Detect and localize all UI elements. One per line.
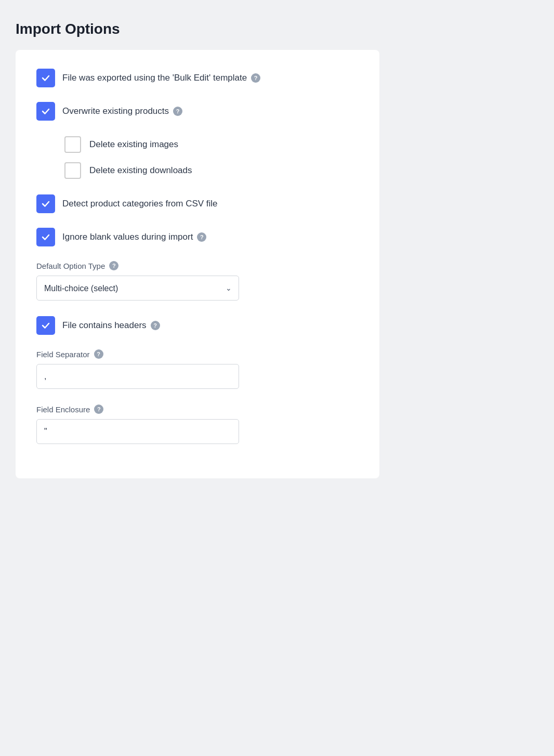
field-separator-label: Field Separator ? (36, 349, 359, 359)
default-option-type-select-wrapper: Multi-choice (select) Text Textarea Chec… (36, 276, 239, 301)
default-option-type-group: Default Option Type ? Multi-choice (sele… (36, 261, 359, 301)
bulk-edit-label: File was exported using the 'Bulk Edit' … (62, 73, 260, 83)
bulk-edit-checkbox[interactable] (36, 69, 55, 87)
import-options-card: File was exported using the 'Bulk Edit' … (16, 50, 379, 478)
default-option-type-select[interactable]: Multi-choice (select) Text Textarea Chec… (36, 276, 239, 301)
ignore-blank-row: Ignore blank values during import ? (36, 228, 359, 246)
field-enclosure-label: Field Enclosure ? (36, 405, 359, 414)
detect-categories-label: Detect product categories from CSV file (62, 199, 218, 209)
ignore-blank-help-icon[interactable]: ? (197, 232, 206, 242)
overwrite-label: Overwrite existing products ? (62, 106, 182, 116)
file-contains-headers-help-icon[interactable]: ? (151, 321, 160, 330)
file-contains-headers-row: File contains headers ? (36, 316, 359, 335)
field-separator-help-icon[interactable]: ? (94, 349, 103, 359)
delete-downloads-checkbox[interactable] (63, 161, 82, 180)
field-separator-group: Field Separator ? (36, 349, 359, 389)
file-contains-headers-checkbox[interactable] (36, 316, 55, 335)
ignore-blank-label: Ignore blank values during import ? (62, 232, 206, 242)
overwrite-row: Overwrite existing products ? (36, 102, 359, 121)
field-enclosure-group: Field Enclosure ? (36, 405, 359, 444)
bulk-edit-help-icon[interactable]: ? (251, 73, 260, 83)
file-contains-headers-label: File contains headers ? (62, 320, 160, 331)
default-option-type-label: Default Option Type ? (36, 261, 359, 270)
field-separator-input[interactable] (36, 364, 239, 389)
field-enclosure-help-icon[interactable]: ? (94, 405, 103, 414)
delete-images-checkbox[interactable] (63, 135, 82, 154)
delete-images-row: Delete existing images (63, 135, 359, 154)
detect-categories-row: Detect product categories from CSV file (36, 194, 359, 213)
detect-categories-checkbox[interactable] (36, 194, 55, 213)
ignore-blank-checkbox[interactable] (36, 228, 55, 246)
delete-downloads-row: Delete existing downloads (63, 161, 359, 180)
default-option-type-help-icon[interactable]: ? (109, 261, 118, 270)
field-enclosure-input[interactable] (36, 419, 239, 444)
page-title: Import Options (16, 21, 538, 37)
delete-images-label: Delete existing images (89, 139, 178, 150)
delete-downloads-label: Delete existing downloads (89, 165, 192, 176)
overwrite-checkbox[interactable] (36, 102, 55, 121)
overwrite-help-icon[interactable]: ? (173, 107, 182, 116)
bulk-edit-row: File was exported using the 'Bulk Edit' … (36, 69, 359, 87)
